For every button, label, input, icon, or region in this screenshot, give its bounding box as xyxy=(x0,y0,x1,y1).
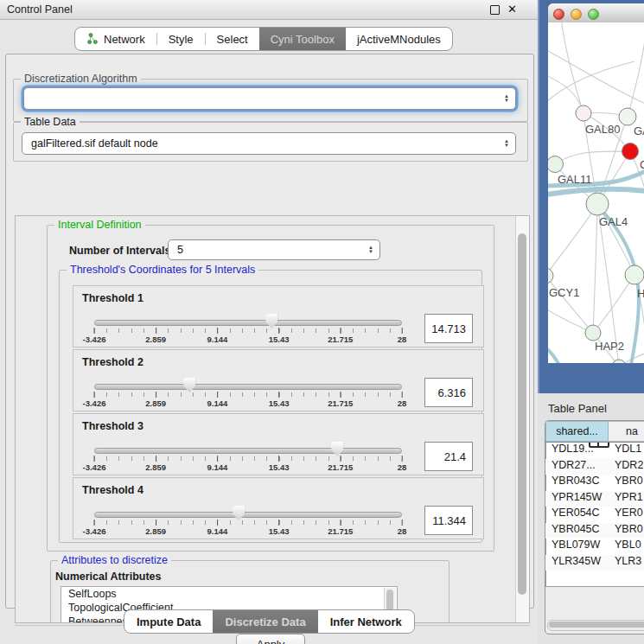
column-header-name[interactable]: na xyxy=(609,421,644,442)
table-row[interactable]: YBL079WYBL0 xyxy=(545,539,644,555)
network-node[interactable] xyxy=(622,143,639,160)
threshold-slider[interactable]: -3.4262.8599.14415.4321.71528 xyxy=(94,478,402,539)
table-cell: YPR1 xyxy=(609,491,643,507)
vertical-scrollbar[interactable] xyxy=(515,216,529,622)
node-attribute-table: shared... na YDL19...YDL1YDR27...YDR2YBR… xyxy=(545,421,644,587)
network-node[interactable] xyxy=(585,325,601,341)
attributes-legend: Attributes to discretize xyxy=(58,554,171,566)
table-row[interactable]: YBR043CYBR0 xyxy=(545,475,644,491)
tab-impute-data[interactable]: Impute Data xyxy=(124,610,213,633)
table-row[interactable]: YPR145WYPR1 xyxy=(545,491,644,507)
slider-track[interactable] xyxy=(94,448,402,454)
column-header-shared-name[interactable]: shared... xyxy=(545,421,609,442)
network-node[interactable] xyxy=(548,156,564,173)
tab-cyni-toolbox[interactable]: Cyni Toolbox xyxy=(259,28,346,50)
tab-network[interactable]: Network xyxy=(75,28,156,50)
network-icon xyxy=(86,33,99,45)
table-cell: YBR043C xyxy=(545,475,609,491)
network-graph: GAL80GACGAL11GAL4GCY1HHAP2 xyxy=(548,22,644,363)
table-row[interactable]: YER054CYER0 xyxy=(545,507,644,523)
threshold-slider[interactable]: -3.4262.8599.14415.4321.71528 xyxy=(94,286,402,347)
tab-style[interactable]: Style xyxy=(157,28,205,50)
tab-jactivemnodules[interactable]: jActiveMNodules xyxy=(346,28,452,50)
node-label: HAP2 xyxy=(595,340,624,353)
float-window-icon[interactable] xyxy=(490,5,500,15)
tick-label: 15.43 xyxy=(269,335,290,344)
minimize-traffic-light[interactable] xyxy=(571,9,582,20)
settings-scrollpane: Interval Definition Number of Intervals … xyxy=(15,215,530,623)
table-row[interactable]: YBR045CYBR0 xyxy=(545,523,644,539)
slider-handle[interactable] xyxy=(183,378,195,392)
threshold-value-box[interactable]: 11.344 xyxy=(424,506,473,535)
network-window-titlebar[interactable] xyxy=(548,3,644,23)
network-node[interactable] xyxy=(548,268,553,284)
tick-label: 21.715 xyxy=(328,526,353,536)
node-layer: GAL80GACGAL11GAL4GCY1HHAP2 xyxy=(548,105,644,363)
table-row[interactable]: YLR345WYLR3 xyxy=(545,555,644,571)
close-traffic-light[interactable] xyxy=(553,9,564,20)
apply-button[interactable]: Apply xyxy=(236,634,305,644)
slider-track[interactable] xyxy=(94,512,402,518)
tick-label: 28 xyxy=(398,399,407,408)
threshold-value-box[interactable]: 6.316 xyxy=(424,378,473,407)
threshold-slider[interactable]: -3.4262.8599.14415.4321.71528 xyxy=(94,414,402,475)
node-label: GCY1 xyxy=(549,286,579,299)
tick-label: 28 xyxy=(398,335,407,344)
cyni-mode-tabs: Impute Data Discretize Data Infer Networ… xyxy=(124,609,415,634)
network-node[interactable] xyxy=(625,265,644,284)
slider-handle[interactable] xyxy=(265,314,277,328)
network-node[interactable] xyxy=(619,108,636,125)
tick-label: -3.426 xyxy=(83,462,106,472)
table-cell: YDL1 xyxy=(609,443,641,459)
tick-label: 2.859 xyxy=(145,526,166,536)
spinner-icon: ▲▼ xyxy=(504,88,509,109)
interval-definition-legend: Interval Definition xyxy=(54,219,145,231)
tick-label: 2.859 xyxy=(145,335,166,344)
slider-track[interactable] xyxy=(94,384,402,390)
control-panel-titlebar: Control Panel ✕ xyxy=(0,0,538,20)
network-canvas[interactable]: GAL80GACGAL11GAL4GCY1HHAP2 xyxy=(548,22,644,363)
table-body: YDL19...YDL1YDR27...YDR2YBR043CYBR0YPR14… xyxy=(545,443,644,571)
table-row[interactable]: YDR27...YDR2 xyxy=(545,459,644,475)
table-cell: YDR2 xyxy=(609,459,643,475)
slider-track[interactable] xyxy=(94,320,402,326)
cyni-toolbox-panel: Discretization Algorithm ▲▼ Table Data g… xyxy=(5,54,534,609)
algorithm-legend: Discretization Algorithm xyxy=(21,73,141,85)
tick-label: 2.859 xyxy=(145,462,166,472)
node-label: C xyxy=(640,158,644,171)
algorithm-combobox[interactable]: ▲▼ xyxy=(23,87,516,110)
table-cell: YDL19... xyxy=(545,443,609,459)
spinner-icon: ▲▼ xyxy=(368,240,373,259)
node-label: GAL80 xyxy=(585,123,620,136)
tick-label: 9.144 xyxy=(207,399,228,408)
threshold-row: Threshold 4 -3.4262.8599.14415.4321.7152… xyxy=(73,477,484,539)
network-node[interactable] xyxy=(576,105,591,121)
attribute-item[interactable]: SelfLoops xyxy=(61,587,397,601)
close-icon[interactable]: ✕ xyxy=(507,3,517,16)
table-cell: YPR145W xyxy=(545,491,609,507)
tick-label: 9.144 xyxy=(207,335,228,344)
threshold-value-box[interactable]: 21.4 xyxy=(424,442,473,471)
tab-infer-network[interactable]: Infer Network xyxy=(318,610,414,633)
table-cell: YLR345W xyxy=(545,555,609,571)
slider-ticks xyxy=(94,456,402,461)
slider-tick-labels: -3.4262.8599.14415.4321.71528 xyxy=(94,399,402,409)
threshold-slider[interactable]: -3.4262.8599.14415.4321.71528 xyxy=(94,350,402,411)
table-row[interactable]: YDL19...YDL1 xyxy=(545,443,644,459)
tab-select[interactable]: Select xyxy=(206,28,259,50)
scrollbar-thumb[interactable] xyxy=(518,233,526,595)
tab-discretize-data[interactable]: Discretize Data xyxy=(213,610,317,633)
node-label: GAL4 xyxy=(599,215,628,228)
zoom-traffic-light[interactable] xyxy=(588,9,599,20)
threshold-value-box[interactable]: 14.713 xyxy=(424,314,473,343)
slider-handle[interactable] xyxy=(331,442,343,456)
table-cell: YLR3 xyxy=(609,555,641,571)
table-data-combobox[interactable]: galFiltered.sif default node ▲▼ xyxy=(22,132,516,155)
network-node[interactable] xyxy=(586,193,609,215)
num-intervals-combobox[interactable]: 5 ▲▼ xyxy=(168,239,380,260)
slider-handle[interactable] xyxy=(233,506,245,520)
tab-network-label: Network xyxy=(104,33,145,46)
num-intervals-label: Number of Intervals xyxy=(69,245,170,257)
tick-label: -3.426 xyxy=(83,335,106,344)
node-label: GA xyxy=(634,124,644,137)
